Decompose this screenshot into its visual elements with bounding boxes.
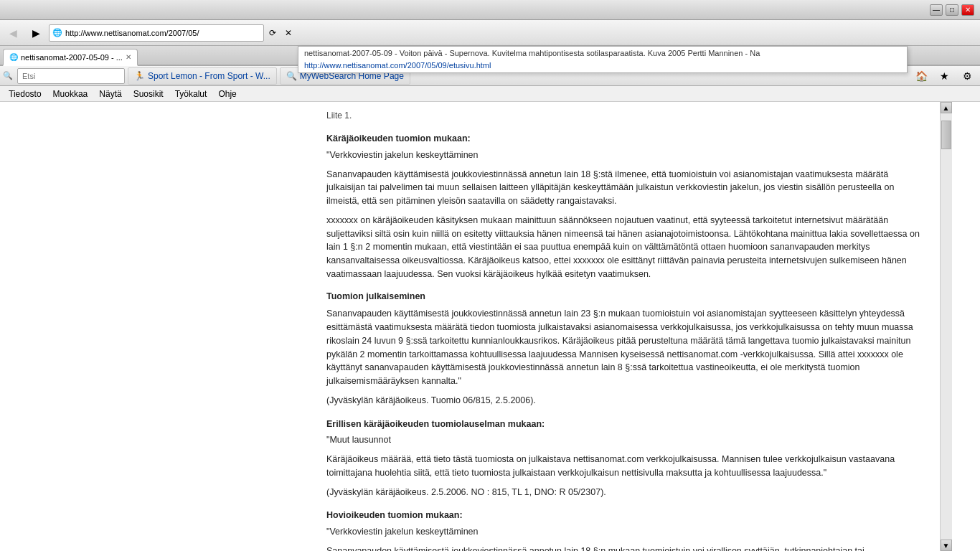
scrollbar-up-button[interactable]: ▲ — [941, 102, 952, 113]
refresh-button[interactable]: ⟳ — [265, 26, 280, 40]
back-button[interactable]: ◀ — [3, 24, 23, 42]
scrollbar[interactable]: ▲ ▼ — [940, 102, 951, 551]
home-button[interactable]: 🏠 — [911, 67, 931, 85]
scrollbar-track[interactable] — [941, 113, 952, 540]
myweb-icon: 🔍 — [286, 71, 297, 81]
autocomplete-dropdown[interactable]: nettisanomat-2007-05-09 - Voiton päivä -… — [298, 46, 908, 73]
section3-body1: "Muut lausunnot — [326, 433, 925, 447]
menu-bar: Tiedosto Muokkaa Näytä Suosikit Työkalut… — [0, 86, 980, 102]
menu-ohje[interactable]: Ohje — [212, 88, 242, 100]
minimize-button[interactable]: — — [930, 4, 943, 16]
section4-body: Sananvapauden käyttämisestä joukkoviesti… — [326, 545, 925, 551]
section3-heading: Erillisen käräjäoikeuden tuomiolauselman… — [326, 418, 925, 431]
section4-subtitle: "Verkkoviestin jakelun keskeyttäminen — [326, 525, 925, 539]
window-controls: — □ ✕ — [930, 4, 974, 16]
autocomplete-title: nettisanomat-2007-05-09 - Voiton päivä -… — [298, 47, 907, 60]
scrollbar-thumb[interactable] — [941, 121, 951, 149]
tab-favicon: 🌐 — [9, 53, 18, 61]
section1-heading: Käräjäoikeuden tuomion mukaan: — [326, 132, 925, 146]
forward-button[interactable]: ▶ — [26, 24, 46, 42]
menu-muokkaa[interactable]: Muokkaa — [47, 88, 94, 100]
left-margin — [0, 102, 312, 551]
autocomplete-url: http://www.nettisanomat.com/2007/05/09/e… — [298, 60, 907, 72]
liite-label: Liite 1. — [326, 109, 925, 122]
navigation-bar: ◀ ▶ 🌐 ⟳ ✕ — [0, 20, 980, 46]
sport-lemon-icon: 🏃 — [134, 71, 145, 81]
section2-body: Sananvapauden käyttämisestä joukkoviesti… — [326, 307, 925, 388]
section3-body2: Käräjäoikeus määrää, että tieto tästä tu… — [326, 453, 925, 480]
section2-citation: (Jyväskylän käräjäoikeus. Tuomio 06/815,… — [326, 394, 925, 408]
section3-citation: (Jyväskylän käräjäoikeus. 2.5.2006. NO :… — [326, 486, 925, 499]
menu-tyokalut[interactable]: Työkalut — [169, 88, 213, 100]
main-content: Liite 1. Käräjäoikeuden tuomion mukaan: … — [312, 102, 940, 551]
section2-title: Tuomion julkaiseminen — [326, 290, 925, 303]
stop-button[interactable]: ✕ — [281, 26, 296, 40]
section1-body: Sananvapauden käyttämisestä joukkoviesti… — [326, 168, 925, 208]
section1-body2: xxxxxxx on käräjäoikeuden käsityksen muk… — [326, 214, 925, 281]
sport-lemon-label: Sport Lemon - From Sport - W... — [148, 71, 270, 81]
tab-label: nettisanomat-2007-05-09 - ... — [21, 53, 123, 62]
tab-close-button[interactable]: ✕ — [126, 53, 131, 61]
title-bar: — □ ✕ — [0, 0, 980, 20]
section1-subtitle: "Verkkoviestin jakelun keskeyttäminen — [326, 149, 925, 162]
star-button[interactable]: ★ — [934, 67, 954, 85]
menu-suosikit[interactable]: Suosikit — [128, 88, 169, 100]
section4-heading: Hovioikeuden tuomion mukaan: — [326, 509, 925, 522]
sport-lemon-link[interactable]: 🏃 Sport Lemon - From Sport - W... — [128, 67, 277, 85]
address-input[interactable] — [65, 29, 260, 37]
settings-button[interactable]: ⚙ — [957, 67, 977, 85]
scrollbar-down-button[interactable]: ▼ — [941, 540, 952, 551]
menu-nayta[interactable]: Näytä — [93, 88, 127, 100]
content-area: Liite 1. Käräjäoikeuden tuomion mukaan: … — [0, 102, 980, 551]
search-input[interactable] — [17, 68, 125, 84]
close-button[interactable]: ✕ — [961, 4, 974, 16]
address-area: 🌐 ⟳ ✕ — [49, 24, 977, 42]
address-bar[interactable]: 🌐 — [49, 24, 264, 42]
maximize-button[interactable]: □ — [946, 4, 958, 16]
menu-tiedosto[interactable]: Tiedosto — [3, 88, 47, 100]
tab-active[interactable]: 🌐 nettisanomat-2007-05-09 - ... ✕ — [3, 49, 138, 66]
search-label: 🔍 — [3, 71, 13, 80]
